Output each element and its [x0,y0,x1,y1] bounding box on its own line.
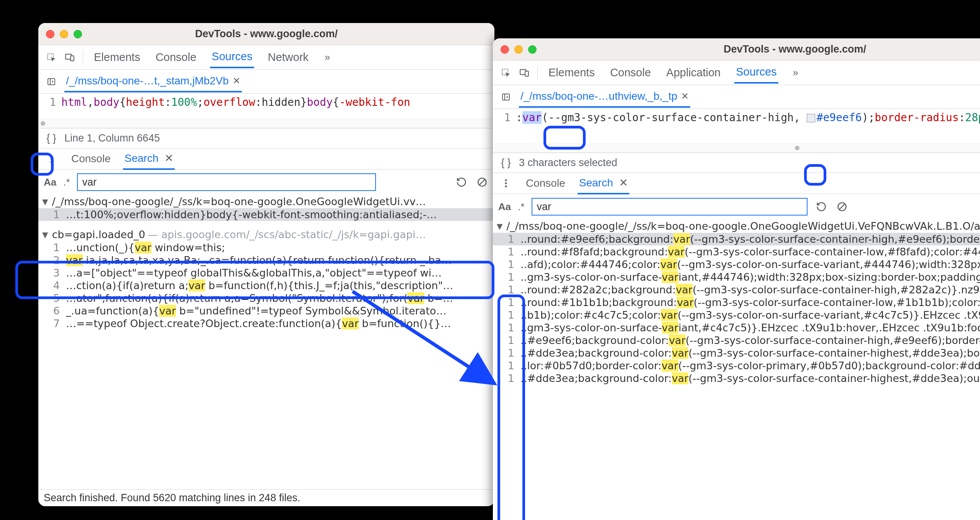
result-file-path-a: cb=gapi.loaded_0 [52,229,145,240]
inspect-icon[interactable] [498,65,514,81]
refresh-icon[interactable] [814,200,828,214]
drawer-tab-console[interactable]: Console [524,173,567,193]
result-row[interactable]: 1..round:#282a2c;background:var(--gm3-sy… [493,283,980,296]
code-editor[interactable]: 1 :var(--gm3-sys-color-surface-container… [493,109,980,143]
tab-sources[interactable]: Sources [734,62,778,84]
result-row[interactable]: 6_.ua=function(a){var b="undefined"!=typ… [38,304,494,317]
window-title: DevTools - www.google.com/ [38,28,494,40]
result-line: 1 [497,322,514,334]
result-row[interactable]: 1..round:#1b1b1b;background:var(--gm3-sy… [493,296,980,309]
result-row[interactable]: 7…==typeof Object.create?Object.create:f… [38,317,494,330]
inspect-icon[interactable] [44,50,59,65]
result-row[interactable]: 1..b1b);color:#c4c7c5;color:var(--gm3-sy… [493,309,980,321]
scroll-marker-bar [38,119,494,128]
result-row[interactable]: 1..#dde3ea;background-color:var(--gm3-sy… [493,347,980,359]
tab-console[interactable]: Console [154,47,198,67]
result-text: ..round:#1b1b1b;background:var(--gm3-sys… [520,296,980,308]
result-file-header[interactable]: ▼ cb=gapi.loaded_0 — apis.google.com/_/s… [38,228,494,241]
tab-elements[interactable]: Elements [92,47,142,67]
result-row[interactable]: 1..#e9eef6;background-color:var(--gm3-sy… [493,334,980,347]
svg-marker-5 [52,81,54,83]
regex-button[interactable]: .* [518,201,524,213]
drawer-tab-console[interactable]: Console [70,149,112,169]
match-case-button[interactable]: Aa [498,201,511,213]
disclosure-triangle-icon[interactable]: ▼ [42,197,48,206]
drawer-kebab-icon[interactable] [498,176,514,191]
result-line: 7 [42,318,60,329]
tab-sources[interactable]: Sources [210,46,254,68]
drawer-tab-search[interactable]: Search ✕ [578,173,630,194]
disclosure-triangle-icon[interactable]: ▼ [497,222,502,231]
result-text: …ator",function(a){if(a)return a;a=Symbo… [66,292,491,304]
result-row[interactable]: 1..round:#f8fafd;background:var(--gm3-sy… [493,245,980,258]
search-input[interactable] [77,173,376,191]
result-line: 1 [497,347,514,359]
result-row[interactable]: 1..#dde3ea;background-color:var(--gm3-sy… [493,372,980,385]
result-row[interactable]: 1..round:#e9eef6;background:var(--gm3-sy… [493,233,980,245]
more-tabs-chevron-icon[interactable]: » [322,51,332,63]
close-search-icon[interactable]: ✕ [164,152,173,164]
close-tab-icon[interactable]: ✕ [681,91,689,102]
result-row[interactable]: 1…unction(_){var window=this; [38,241,494,254]
result-file-header[interactable]: ▼ /_/mss/boq-one-google/_/ss/k=boq-one-g… [493,219,980,233]
navigator-toggle-icon[interactable] [44,74,59,89]
file-tab[interactable]: /_/mss/boq-one-…uthview,_b,_tp ✕ [519,86,690,108]
result-row[interactable]: 4…ction(a){if(a)return a;var b=function(… [38,279,494,292]
code-line-1: :var(--gm3-sys-color-surface-container-h… [516,111,980,141]
result-row[interactable]: 1..gm3-sys-color-on-surface-variant,#c4c… [493,321,980,334]
clear-icon[interactable] [835,200,849,214]
format-icon[interactable]: { } [498,155,514,171]
result-row[interactable]: 1 …t:100%;overflow:hidden}body{-webkit-f… [38,208,494,221]
result-file-header[interactable]: ▼ /_/mss/boq-one-google/_/ss/k=boq-one-g… [38,195,494,208]
close-search-icon[interactable]: ✕ [619,177,628,189]
result-text: ..#e9eef6;background-color:var(--gm3-sys… [520,334,980,346]
drawer-kebab-icon[interactable] [44,151,59,166]
file-tab[interactable]: /_/mss/boq-one-…t,_stam,jMb2Vb ✕ [64,71,242,92]
disclosure-triangle-icon[interactable]: ▼ [42,230,48,239]
svg-point-24 [505,183,507,184]
refresh-icon[interactable] [455,175,468,189]
result-line: 1 [497,296,514,308]
device-toggle-icon[interactable] [62,50,77,65]
tab-network[interactable]: Network [266,47,310,67]
device-toggle-icon[interactable] [517,65,532,81]
result-row[interactable]: 3…a=["object"==typeof globalThis&&global… [38,267,494,279]
tab-console[interactable]: Console [609,63,652,83]
result-row[interactable]: 2var ia,ja,la,sa,ta,xa,ya,Ba;_.ca=functi… [38,254,494,267]
result-row[interactable]: 5…ator",function(a){if(a)return a;a=Symb… [38,292,494,304]
result-text: ..afd);color:#444746;color:var(--gm3-sys… [520,258,980,270]
result-text: ..b1b);color:#c4c7c5;color:var(--gm3-sys… [520,309,980,321]
clear-icon[interactable] [475,175,489,189]
result-line: 6 [42,305,60,317]
result-row[interactable]: 1..gm3-sys-color-on-surface-variant,#444… [493,271,980,283]
close-tab-icon[interactable]: ✕ [233,76,240,86]
drawer-tab-search[interactable]: Search ✕ [123,148,175,170]
tab-elements[interactable]: Elements [547,63,596,83]
result-line: 5 [42,292,60,304]
search-input[interactable] [532,198,808,216]
svg-line-10 [479,179,485,185]
sources-subbar: /_/mss/boq-one-…t,_stam,jMb2Vb ✕ [38,70,494,94]
result-row[interactable]: 1..lor:#0b57d0;border-color:var(--gm3-sy… [493,359,980,372]
svg-rect-19 [502,94,509,100]
result-row[interactable]: 1..afd);color:#444746;color:var(--gm3-sy… [493,258,980,271]
result-file-path: /_/mss/boq-one-google/_/ss/k=boq-one-goo… [52,196,426,207]
selection-status: 3 characters selected [519,157,617,169]
result-file-path: /_/mss/boq-one-google/_/ss/k=boq-one-goo… [506,220,980,232]
format-icon[interactable]: { } [44,131,59,146]
svg-marker-21 [507,96,508,98]
result-text: ..gm3-sys-color-on-surface-variant,#c4c7… [520,322,980,334]
search-results: ▼ /_/mss/boq-one-google/_/ss/k=boq-one-g… [493,219,980,520]
tab-application[interactable]: Application [665,63,722,83]
gutter-line-1: 1 [38,96,61,117]
result-line: 1 [42,209,60,221]
navigator-toggle-icon[interactable] [498,89,514,105]
window-title: DevTools - www.google.com/ [493,43,980,55]
search-footer: Search finished. Found 5620 matching lin… [38,489,494,506]
search-toolbar: Aa .* [493,194,980,219]
more-tabs-chevron-icon[interactable]: » [791,67,801,79]
regex-button[interactable]: .* [63,176,70,188]
code-editor[interactable]: 1 html,body{height:100%;overflow:hidden}… [38,94,494,119]
match-case-button[interactable]: Aa [44,176,56,188]
result-text: …ction(a){if(a)return a;var b=function(f… [66,280,491,291]
